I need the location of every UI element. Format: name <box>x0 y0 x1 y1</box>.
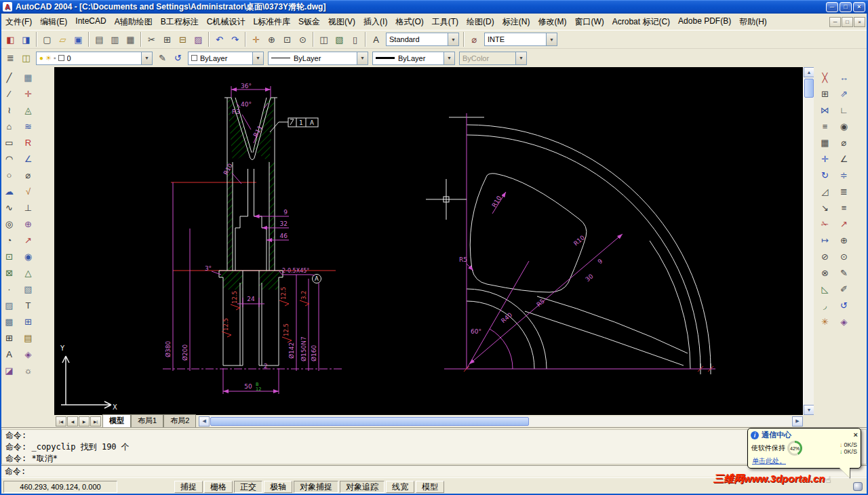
menu-aux-draw[interactable]: A辅助绘图 <box>111 14 157 30</box>
layer-states-button[interactable]: ◫ <box>18 51 34 66</box>
osnap-toggle[interactable]: 对象捕捉 <box>294 481 338 493</box>
caxa-angle-tool[interactable]: ∠ <box>20 151 36 167</box>
caxa-hatch-tool[interactable]: ▧ <box>20 281 36 297</box>
ordinate-dimension-tool[interactable]: ∟ <box>836 102 852 118</box>
tab-next-button[interactable]: ▶ <box>79 416 90 427</box>
qnew-button[interactable]: ▢ <box>39 32 55 47</box>
caxa-tolerance-tool[interactable]: ⊕ <box>20 216 36 232</box>
angular-dimension-tool[interactable]: ∠ <box>836 151 852 167</box>
dimension-text-edit-tool[interactable]: ✐ <box>836 281 852 297</box>
table-tool[interactable]: ⊞ <box>1 330 17 346</box>
cut-button[interactable]: ✂ <box>144 32 159 47</box>
polar-toggle[interactable]: 极轴 <box>264 481 292 493</box>
caxa-balloon-tool[interactable]: ◉ <box>20 248 36 264</box>
dimension-style-tool[interactable]: ◈ <box>836 313 852 330</box>
move-tool[interactable]: ✛ <box>817 151 833 167</box>
construction-line-tool[interactable]: ∕ <box>1 85 17 102</box>
break-tool[interactable]: ⊗ <box>817 264 833 281</box>
ortho-toggle[interactable]: 正交 <box>234 481 262 493</box>
communication-center-tray-icon[interactable] <box>853 482 863 491</box>
diameter-dimension-tool[interactable]: ⌀ <box>836 134 852 151</box>
scale-tool[interactable]: ◿ <box>817 183 833 199</box>
caxa-break-line-tool[interactable]: ≋ <box>20 118 36 134</box>
extend-tool[interactable]: ↦ <box>817 232 833 248</box>
lineweight-combo[interactable]: ByLayer ▼ <box>372 52 455 65</box>
rotate-tool[interactable]: ↻ <box>817 167 833 183</box>
doc-restore-button[interactable]: □ <box>842 17 853 27</box>
minimize-button[interactable]: ─ <box>826 2 838 12</box>
copy-button[interactable]: ⊞ <box>159 32 175 47</box>
trim-tool[interactable]: ✁ <box>817 216 833 232</box>
balloon-link[interactable]: 单击此处。 <box>748 456 861 466</box>
menu-format[interactable]: 格式(O) <box>391 14 427 30</box>
undo-button[interactable]: ↶ <box>212 32 227 47</box>
caxa-weld-tool[interactable]: △ <box>20 264 36 281</box>
insert-block-tool[interactable]: ⊡ <box>1 248 17 264</box>
make-object-layer-current-button[interactable]: ✎ <box>155 51 170 66</box>
menu-sheet-metal[interactable]: S钣金 <box>294 14 324 30</box>
paste-button[interactable]: ⊟ <box>175 32 191 47</box>
spline-tool[interactable]: ∿ <box>1 199 17 216</box>
offset-tool[interactable]: ≡ <box>817 118 833 134</box>
caxa-roughness-tool[interactable]: √ <box>20 183 36 199</box>
polygon-tool[interactable]: ⌂ <box>1 118 17 134</box>
text-style-combo-arrow[interactable]: ▼ <box>448 33 458 45</box>
model-space-button[interactable]: 模型 <box>416 481 444 493</box>
menu-dimension[interactable]: 标注(N) <box>498 14 534 30</box>
tolerance-tool[interactable]: ⊕ <box>836 232 852 248</box>
properties-button[interactable]: ◫ <box>316 32 332 47</box>
tab-layout2[interactable]: 布局2 <box>163 414 196 427</box>
continue-dimension-tool[interactable]: ≡ <box>836 199 852 216</box>
doc-minimize-button[interactable]: ─ <box>829 17 841 27</box>
caxa-table-tool[interactable]: ⊞ <box>20 313 36 330</box>
menu-intecad[interactable]: InteCAD <box>71 14 110 30</box>
intecad-palette-button[interactable]: ◨ <box>18 32 34 47</box>
drawing-canvas[interactable]: 12.5 12.5 12.5 12.5 3.2 36° 40° R3 R11 R… <box>54 67 803 415</box>
scroll-down-button[interactable]: ▼ <box>804 405 814 415</box>
hatch-tool[interactable]: ▨ <box>1 297 17 313</box>
menu-view[interactable]: 视图(V) <box>324 14 359 30</box>
menu-adobe-pdf[interactable]: Adobe PDF(B) <box>674 14 735 30</box>
quick-dimension-tool[interactable]: ≑ <box>836 167 852 183</box>
plot-button[interactable]: ▤ <box>92 32 107 47</box>
aligned-dimension-tool[interactable]: ⇗ <box>836 85 852 102</box>
explode-tool[interactable]: ✳ <box>817 313 833 330</box>
text-style-button[interactable]: A <box>368 32 384 47</box>
linear-dimension-tool[interactable]: ↔ <box>836 69 852 85</box>
publish-button[interactable]: ▦ <box>123 32 138 47</box>
ellipse-tool[interactable]: ◎ <box>1 216 17 232</box>
menu-window[interactable]: 窗口(W) <box>570 14 608 30</box>
menu-mech-design[interactable]: C机械设计 <box>203 14 250 30</box>
pan-button[interactable]: ✛ <box>248 32 264 47</box>
menu-acrobat-comments[interactable]: Acrobat 标记(C) <box>608 14 674 30</box>
caxa-diameter-tool[interactable]: ⌀ <box>20 167 36 183</box>
mirror-tool[interactable]: ⋈ <box>817 102 833 118</box>
caxa-grid-tool[interactable]: ▦ <box>20 69 36 85</box>
linetype-combo-arrow[interactable]: ▼ <box>357 52 368 64</box>
caxa-leader-tool[interactable]: ↗ <box>20 232 36 248</box>
open-button[interactable]: ▱ <box>55 32 71 47</box>
caxa-text-tool[interactable]: T <box>20 297 36 313</box>
vertical-scroll-thumb[interactable] <box>804 79 814 98</box>
tab-model[interactable]: 模型 <box>102 414 131 427</box>
design-center-button[interactable]: ▧ <box>332 32 347 47</box>
gradient-tool[interactable]: ◪ <box>1 362 17 378</box>
balloon-close-icon[interactable]: × <box>854 431 858 439</box>
caxa-radius-tool[interactable]: R <box>20 134 36 151</box>
caxa-datum-tool[interactable]: ⊥ <box>20 199 36 216</box>
redo-button[interactable]: ↷ <box>227 32 243 47</box>
text-style-combo[interactable]: Standard ▼ <box>386 33 459 46</box>
close-button[interactable]: × <box>853 2 865 12</box>
caxa-library-tool[interactable]: ◈ <box>20 346 36 362</box>
caxa-title-block-tool[interactable]: ▤ <box>20 330 36 346</box>
tab-last-button[interactable]: ▶| <box>90 416 101 427</box>
break-point-tool[interactable]: ⊘ <box>817 248 833 264</box>
menu-file[interactable]: 文件(F) <box>1 14 36 30</box>
menu-modify[interactable]: 修改(M) <box>534 14 570 30</box>
quick-leader-tool[interactable]: ↗ <box>836 216 852 232</box>
caxa-settings-tool[interactable]: ☼ <box>20 362 36 378</box>
layer-combo[interactable]: ●☀▪ 0 ▼ <box>36 52 153 65</box>
doc-close-button[interactable]: × <box>854 17 865 27</box>
color-combo-arrow[interactable]: ▼ <box>252 52 263 64</box>
dimension-update-tool[interactable]: ↺ <box>836 297 852 313</box>
